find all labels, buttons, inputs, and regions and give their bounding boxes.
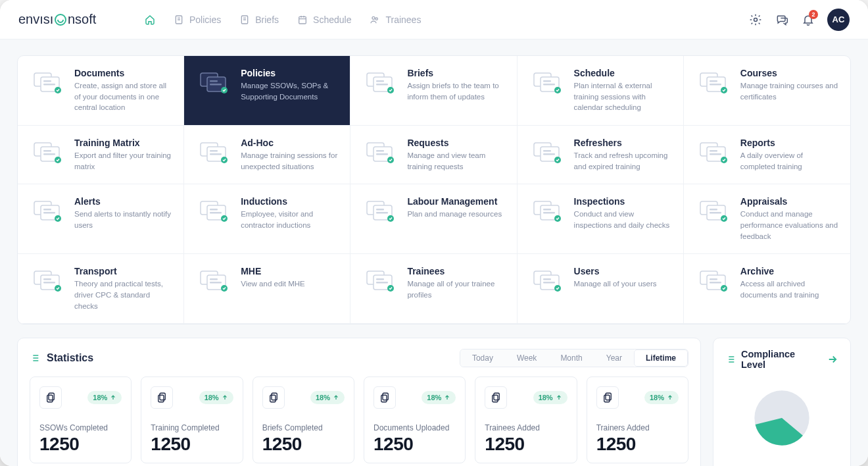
module-tile-ad-hoc[interactable]: Ad-Hoc Manage training sessions for unex… — [184, 126, 350, 184]
document-icon — [151, 386, 173, 409]
range-tab-year[interactable]: Year — [594, 350, 634, 367]
tile-desc: Manage all of your users — [574, 278, 671, 290]
home-icon — [145, 14, 155, 25]
svg-rect-51 — [543, 150, 551, 152]
module-tile-documents[interactable]: Documents Create, assign and store all o… — [18, 56, 184, 126]
delta-pill: 18% — [310, 391, 345, 404]
nav-label: Schedule — [313, 14, 351, 25]
module-tile-archive[interactable]: Archive Access all archived documents an… — [684, 254, 850, 324]
tile-desc: Conduct and view inspections and daily c… — [574, 209, 671, 230]
nav-home[interactable] — [137, 11, 163, 29]
nav-briefs[interactable]: Briefs — [231, 11, 287, 29]
range-tab-month[interactable]: Month — [548, 350, 594, 367]
tile-icon — [362, 69, 398, 95]
avatar[interactable]: AC — [827, 9, 850, 31]
compliance-open-button[interactable] — [827, 353, 838, 365]
document-icon — [485, 386, 507, 409]
tile-icon — [196, 267, 231, 294]
notifications-button[interactable]: 2 — [801, 13, 815, 27]
tile-title: Labour Management — [407, 196, 504, 207]
tile-desc: Create, assign and store all of your doc… — [74, 80, 172, 113]
svg-rect-66 — [210, 209, 218, 211]
nav-schedule[interactable]: Schedule — [289, 11, 359, 29]
stat-label: SSOWs Completed — [39, 423, 122, 432]
svg-rect-81 — [710, 209, 717, 211]
module-tile-mhe[interactable]: MHE View and edit MHE — [184, 254, 350, 324]
module-tile-users[interactable]: Users Manage all of your users — [518, 254, 684, 324]
module-tile-refreshers[interactable]: Refreshers Track and refresh upcoming an… — [518, 126, 684, 184]
tile-icon — [30, 197, 65, 224]
tile-desc: Access all archived documents and traini… — [740, 278, 838, 300]
nav-policies[interactable]: Policies — [166, 11, 229, 29]
module-tile-courses[interactable]: Courses Manage training courses and cert… — [684, 56, 850, 126]
gear-icon — [749, 13, 762, 26]
stat-value: 1250 — [485, 434, 567, 455]
svg-rect-42 — [210, 153, 222, 155]
svg-rect-37 — [43, 153, 55, 155]
tile-title: Users — [574, 266, 671, 276]
tile-desc: Conduct and manage performance evaluatio… — [740, 209, 838, 242]
module-tile-briefs[interactable]: Briefs Assign briefs to the team to info… — [350, 56, 517, 126]
range-tab-week[interactable]: Week — [505, 350, 548, 367]
module-tile-requests[interactable]: Requests Manage and view team training r… — [350, 126, 517, 184]
svg-rect-62 — [43, 212, 55, 214]
module-tile-appraisals[interactable]: Appraisals Conduct and manage performanc… — [684, 184, 850, 254]
svg-text:envısı: envısı — [18, 12, 53, 26]
top-nav: Policies Briefs Schedule Trainees — [137, 11, 429, 29]
range-tab-lifetime[interactable]: Lifetime — [634, 350, 688, 367]
svg-rect-41 — [210, 150, 218, 152]
doc-icon — [239, 14, 250, 25]
module-tile-schedule[interactable]: Schedule Plan internal & external traini… — [518, 56, 684, 126]
stat-card-briefs-completed[interactable]: 18% Briefs Completed 1250 — [253, 376, 354, 463]
bottom-row: Statistics TodayWeekMonthYearLifetime 18… — [17, 338, 851, 466]
svg-rect-102 — [543, 282, 555, 284]
module-tile-labour-management[interactable]: Labour Management Plan and manage resour… — [350, 184, 517, 254]
module-tile-alerts[interactable]: Alerts Send alerts to instantly notify u… — [18, 184, 184, 254]
svg-rect-11 — [43, 80, 51, 82]
stat-cards: 18% SSOWs Completed 1250 18% Training Co… — [30, 376, 688, 463]
tile-icon — [362, 139, 398, 165]
stat-card-trainees-added[interactable]: 18% Trainees Added 1250 — [475, 376, 577, 463]
tile-title: Requests — [407, 138, 504, 148]
svg-point-7 — [375, 18, 377, 20]
module-tile-training-matrix[interactable]: Training Matrix Export and filter your t… — [18, 126, 184, 184]
tile-desc: Manage training courses and certificates — [740, 80, 838, 102]
brand-logo[interactable]: envısı nsoft — [18, 11, 130, 28]
svg-rect-101 — [543, 278, 551, 280]
module-tile-trainees[interactable]: Trainees Manage all of your trainee prof… — [350, 254, 517, 324]
stat-value: 1250 — [151, 434, 233, 455]
tile-icon — [30, 69, 65, 95]
settings-button[interactable] — [748, 13, 763, 27]
tile-icon — [529, 267, 565, 294]
document-icon — [39, 386, 62, 409]
tile-title: MHE — [241, 266, 338, 276]
chat-button[interactable] — [775, 13, 789, 27]
svg-rect-96 — [376, 278, 384, 280]
module-tile-inspections[interactable]: Inspections Conduct and view inspections… — [518, 184, 684, 254]
stat-card-training-completed[interactable]: 18% Training Completed 1250 — [141, 376, 243, 463]
module-tile-transport[interactable]: Transport Theory and practical tests, dr… — [18, 254, 184, 324]
module-tile-policies[interactable]: Policies Manage SSOWs, SOPs & Supporting… — [184, 56, 350, 126]
stat-card-ssows-completed[interactable]: 18% SSOWs Completed 1250 — [30, 376, 132, 463]
stat-card-documents-uploaded[interactable]: 18% Documents Uploaded 1250 — [364, 376, 466, 463]
delta-pill: 18% — [199, 391, 233, 404]
tile-desc: Track and refresh upcoming and expired t… — [574, 150, 671, 172]
compliance-title: Compliance Level — [741, 349, 821, 370]
nav-trainees[interactable]: Trainees — [362, 11, 429, 29]
document-icon — [374, 386, 396, 409]
module-tile-reports[interactable]: Reports A daily overview of completed tr… — [684, 126, 850, 184]
tile-title: Ad-Hoc — [241, 138, 338, 148]
svg-rect-61 — [43, 209, 51, 211]
svg-rect-117 — [494, 394, 499, 401]
calendar-icon — [297, 14, 308, 25]
svg-rect-36 — [43, 150, 51, 152]
stat-card-trainers-added[interactable]: 18% Trainers Added 1250 — [587, 376, 688, 463]
stat-label: Trainers Added — [596, 423, 679, 432]
range-tab-today[interactable]: Today — [460, 350, 505, 367]
module-tile-inductions[interactable]: Inductions Employee, visitor and contrac… — [184, 184, 350, 254]
tile-title: Trainees — [407, 266, 504, 276]
svg-rect-107 — [710, 282, 721, 284]
tile-desc: Theory and practical tests, driver CPC &… — [74, 278, 172, 311]
svg-rect-52 — [543, 153, 555, 155]
statistics-title: Statistics — [47, 352, 93, 364]
